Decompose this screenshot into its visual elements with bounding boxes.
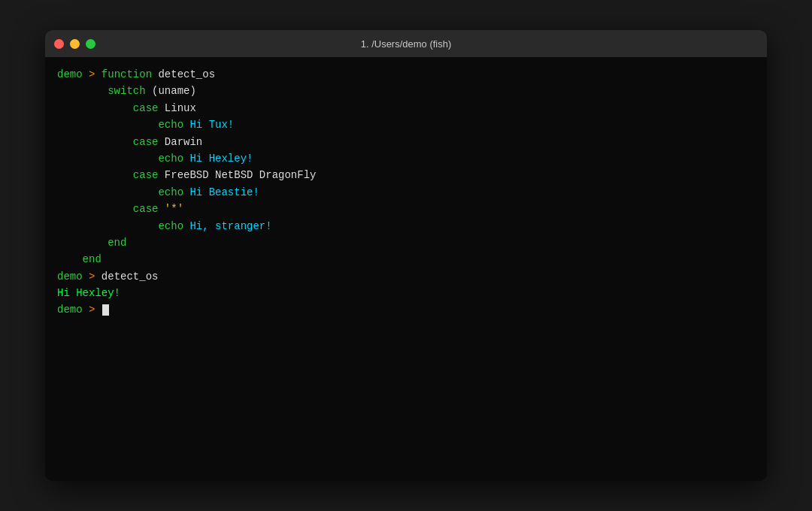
terminal-line: end bbox=[57, 234, 755, 251]
terminal-line: demo > function detect_os bbox=[57, 66, 755, 83]
terminal-line: end bbox=[57, 251, 755, 268]
terminal-line: case '*' bbox=[57, 201, 755, 217]
terminal-line: echo Hi Beastie! bbox=[57, 184, 755, 201]
terminal-line: switch (uname) bbox=[57, 83, 755, 99]
terminal-line: case Darwin bbox=[57, 134, 755, 150]
terminal-line: demo > detect_os bbox=[57, 268, 755, 285]
terminal-output: Hi Hexley! bbox=[57, 285, 755, 301]
cursor-block bbox=[102, 304, 109, 316]
titlebar: 1. /Users/demo (fish) bbox=[45, 30, 767, 57]
terminal-line: case FreeBSD NetBSD DragonFly bbox=[57, 167, 755, 183]
terminal-line: echo Hi Hexley! bbox=[57, 150, 755, 167]
traffic-lights bbox=[54, 39, 95, 49]
window-title: 1. /Users/demo (fish) bbox=[361, 38, 452, 50]
maximize-button[interactable] bbox=[86, 39, 95, 49]
minimize-button[interactable] bbox=[70, 39, 80, 49]
terminal-line: echo Hi, stranger! bbox=[57, 218, 755, 234]
terminal-prompt: demo > bbox=[57, 301, 755, 318]
terminal-line: case Linux bbox=[57, 100, 755, 116]
close-button[interactable] bbox=[54, 39, 64, 49]
terminal-line: echo Hi Tux! bbox=[57, 116, 755, 133]
terminal-body[interactable]: demo > function detect_os switch (uname)… bbox=[45, 57, 767, 481]
terminal-window: 1. /Users/demo (fish) demo > function de… bbox=[45, 30, 767, 481]
